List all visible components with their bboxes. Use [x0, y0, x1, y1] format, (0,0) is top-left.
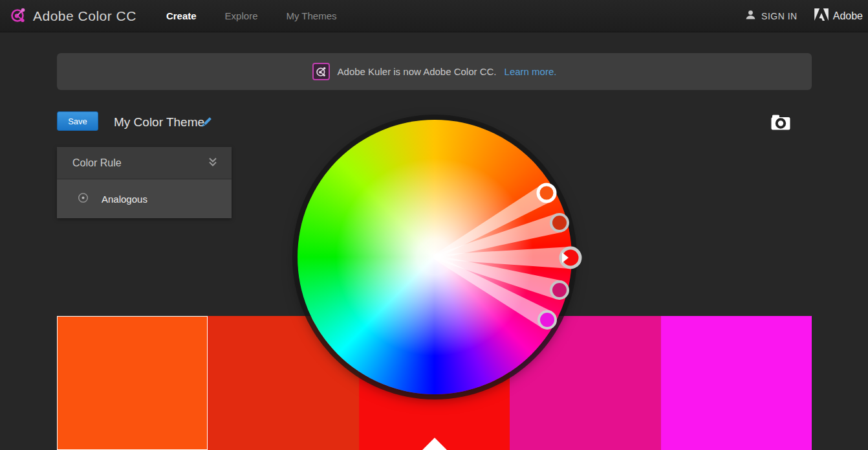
- main-nav: Create Explore My Themes: [166, 10, 337, 21]
- camera-icon[interactable]: [771, 115, 790, 130]
- top-navbar: Adobe Color CC Create Explore My Themes …: [0, 0, 868, 32]
- brand[interactable]: Adobe Color CC: [0, 6, 136, 27]
- active-swatch-pointer: [422, 438, 447, 450]
- person-icon: [745, 10, 756, 23]
- pencil-icon[interactable]: [199, 116, 213, 132]
- sign-in-label: SIGN IN: [761, 11, 797, 21]
- banner-message: Adobe Kuler is now Adobe Color CC.: [338, 66, 497, 77]
- learn-more-link[interactable]: Learn more.: [505, 66, 557, 77]
- adobe-a-icon: [814, 8, 829, 23]
- adobe-color-app: Adobe Color CC Create Explore My Themes …: [0, 0, 868, 450]
- adobe-label: Adobe: [833, 10, 863, 22]
- color-rule-label: Color Rule: [72, 157, 207, 169]
- double-chevron-down-icon: [207, 156, 219, 170]
- radio-dot-icon: [78, 192, 89, 206]
- color-rule-panel: Color Rule Analogous: [57, 147, 232, 218]
- swatch-5[interactable]: [661, 316, 812, 450]
- app-title: Adobe Color CC: [33, 8, 136, 24]
- sign-in-button[interactable]: SIGN IN: [745, 10, 797, 23]
- kuler-color-wheel-icon: [9, 6, 27, 27]
- kuler-rename-banner: Adobe Kuler is now Adobe Color CC. Learn…: [57, 53, 812, 90]
- rule-option-label: Analogous: [102, 194, 147, 205]
- adobe-home-link[interactable]: Adobe: [814, 8, 863, 23]
- kuler-badge-icon: [312, 63, 330, 80]
- nav-tab-my-themes[interactable]: My Themes: [286, 10, 336, 21]
- color-rule-header[interactable]: Color Rule: [57, 147, 232, 179]
- rule-option-analogous[interactable]: Analogous: [57, 179, 232, 218]
- swatch-1[interactable]: [57, 316, 208, 450]
- nav-tab-create[interactable]: Create: [166, 10, 197, 21]
- color-wheel[interactable]: [298, 120, 572, 394]
- save-button[interactable]: Save: [57, 111, 98, 131]
- nav-tab-explore[interactable]: Explore: [225, 10, 258, 21]
- theme-title: My Color Theme: [114, 115, 204, 129]
